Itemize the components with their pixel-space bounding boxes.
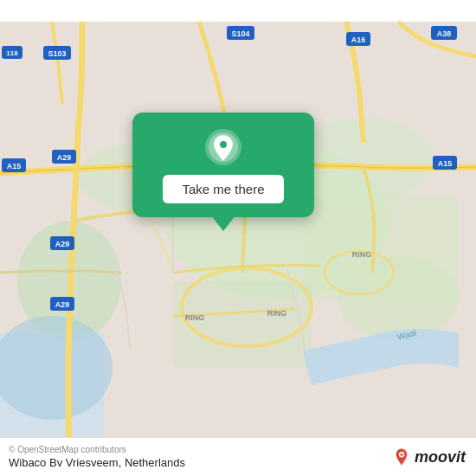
moovit-pin-icon [392, 447, 411, 466]
bottom-bar: © OpenStreetMap contributors Wibaco Bv V… [0, 437, 476, 476]
copyright-text: © OpenStreetMap contributors [9, 445, 185, 454]
svg-text:RING: RING [267, 309, 287, 318]
svg-text:RING: RING [352, 250, 372, 259]
svg-text:RING: RING [185, 313, 205, 322]
svg-text:118: 118 [6, 49, 18, 57]
svg-text:A15: A15 [7, 162, 22, 170]
svg-text:S104: S104 [231, 29, 249, 38]
svg-rect-6 [173, 281, 312, 368]
svg-text:A15: A15 [438, 159, 453, 168]
take-me-there-button[interactable]: Take me there [163, 175, 283, 203]
location-pin-icon [204, 128, 242, 166]
moovit-brand-name: moovit [415, 448, 466, 466]
svg-point-7 [338, 255, 459, 342]
svg-text:A16: A16 [351, 35, 366, 44]
popup-card: Take me there [132, 113, 314, 217]
location-name: Wibaco Bv Vriesveem, Netherlands [9, 456, 185, 469]
svg-text:A29: A29 [55, 300, 70, 309]
moovit-logo[interactable]: moovit [392, 447, 466, 466]
svg-text:A29: A29 [55, 240, 70, 248]
svg-text:A29: A29 [57, 153, 72, 162]
svg-text:S103: S103 [48, 49, 66, 58]
map-container: A38 A16 S104 S103 118 A15 A15 A29 A29 A2… [0, 0, 476, 476]
map-background: A38 A16 S104 S103 118 A15 A15 A29 A29 A2… [0, 0, 476, 476]
svg-point-38 [220, 141, 227, 148]
bottom-left-info: © OpenStreetMap contributors Wibaco Bv V… [9, 445, 185, 469]
svg-point-40 [400, 453, 402, 456]
svg-text:A38: A38 [437, 29, 452, 38]
